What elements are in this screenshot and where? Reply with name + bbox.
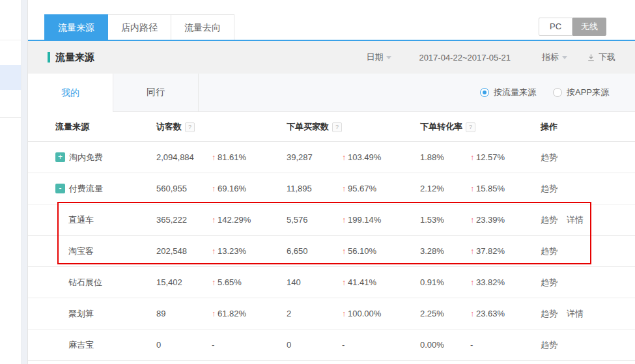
help-icon[interactable]: ? (332, 122, 342, 132)
title-accent-bar (48, 52, 50, 63)
metric-dropdown[interactable]: 指标 (542, 51, 567, 63)
date-dropdown[interactable]: 日期 (366, 51, 391, 63)
tab-traffic-destination[interactable]: 流量去向 (171, 14, 234, 40)
trend-link[interactable]: 趋势 (541, 245, 557, 257)
buyers-change-cell: ↑95.67% (342, 184, 420, 193)
toggle-pc-button[interactable]: PC (539, 18, 572, 36)
device-toggle: PC 无线 (539, 18, 606, 36)
radio-label: 按APP来源 (567, 87, 609, 98)
panel-header: 流量来源 日期 2017-04-22~2017-05-21 指标 下载 (28, 41, 635, 74)
up-arrow-icon: ↑ (342, 153, 346, 162)
source-cell: 钻石展位 (28, 277, 156, 288)
panel-title: 流量来源 (48, 51, 94, 64)
conversion-cell: 1.88% (420, 152, 470, 162)
trend-link[interactable]: 趋势 (541, 277, 557, 288)
radio-icon (480, 88, 489, 97)
buyers-change-cell: - (342, 340, 420, 350)
sidebar-divider (0, 117, 21, 118)
expand-toggle-icon[interactable]: + (55, 152, 65, 162)
buyers-cell: 11,895 (287, 184, 342, 193)
visitors-change-cell: - (212, 340, 287, 350)
source-name: 钻石展位 (68, 277, 102, 288)
source-cell: 麻吉宝 (28, 339, 156, 351)
up-arrow-icon: ↑ (342, 184, 346, 193)
source-cell: 直通车 (28, 214, 156, 226)
up-arrow-icon: ↑ (470, 153, 474, 162)
toggle-wireless-button[interactable]: 无线 (572, 18, 606, 36)
header-conversion-label: 下单转化率 (420, 122, 462, 132)
trend-link[interactable]: 趋势 (541, 214, 557, 226)
source-name: 麻吉宝 (68, 339, 94, 351)
up-arrow-icon: ↑ (342, 247, 346, 256)
date-range-value[interactable]: 2017-04-22~2017-05-21 (419, 53, 511, 63)
table-row: 钻石展位 15,402 ↑5.65% 140 ↑41.41% 0.91% ↑33… (28, 267, 635, 298)
radio-by-traffic-source[interactable]: 按流量来源 (480, 87, 536, 98)
trend-link[interactable]: 趋势 (541, 339, 557, 351)
sidebar-divider (0, 40, 21, 40)
up-arrow-icon: ↑ (212, 309, 216, 318)
up-arrow-icon: ↑ (470, 309, 474, 318)
conversion-cell: 0.00% (420, 340, 470, 350)
visitors-change-cell: ↑5.65% (212, 277, 287, 287)
up-arrow-icon: ↑ (470, 247, 474, 256)
table-row: 聚划算 89 ↑61.82% 2 ↑100.00% 2.25% ↑23.63% … (28, 298, 635, 329)
table-row: 麻吉宝 0 - 0 - 0.00% - 趋势 (28, 329, 635, 361)
visitors-cell: 89 (156, 309, 212, 318)
header-visitors: 访客数? (156, 121, 287, 133)
radio-by-app-source[interactable]: 按APP来源 (553, 87, 609, 98)
conversion-cell: 0.91% (420, 277, 470, 287)
sidebar-active-item[interactable] (0, 65, 21, 90)
actions-cell: 趋势 (541, 152, 635, 163)
panel-header-controls: 日期 2017-04-22~2017-05-21 指标 下载 (366, 41, 615, 74)
tab-instore-path[interactable]: 店内路径 (108, 14, 171, 40)
top-tabbar: 流量来源 店内路径 流量去向 PC 无线 (28, 0, 635, 41)
up-arrow-icon: ↑ (470, 278, 474, 287)
header-conversion: 下单转化率? (420, 121, 541, 133)
tab-traffic-source[interactable]: 流量来源 (44, 14, 108, 40)
grouping-radios: 按流量来源 按APP来源 (480, 74, 609, 111)
visitors-change-cell: ↑69.16% (212, 184, 287, 193)
top-tabs: 流量来源 店内路径 流量去向 (44, 14, 234, 40)
download-button[interactable]: 下载 (587, 51, 615, 63)
expand-toggle-icon[interactable]: - (55, 184, 65, 193)
detail-link[interactable]: 详情 (567, 214, 584, 226)
visitors-change-cell: ↑13.23% (212, 246, 287, 256)
trend-link[interactable]: 趋势 (541, 308, 557, 320)
source-cell: 淘宝客 (28, 245, 156, 257)
source-name: 淘宝客 (68, 245, 94, 257)
table-row: 直通车 365,222 ↑142.29% 5,576 ↑199.14% 1.53… (28, 204, 635, 236)
conversion-cell: 3.28% (420, 246, 470, 256)
view-strip: 我的 同行 按流量来源 按APP来源 (28, 74, 635, 112)
conversion-change-cell: - (470, 340, 541, 350)
tab-peers[interactable]: 同行 (113, 74, 199, 111)
detail-link[interactable]: 详情 (567, 308, 584, 320)
buyers-cell: 2 (287, 309, 342, 318)
conversion-change-cell: ↑33.82% (470, 277, 541, 287)
buyers-change-cell: ↑199.14% (342, 215, 420, 225)
sidebar-rail (21, 0, 28, 364)
actions-cell: 趋势 (541, 277, 635, 288)
buyers-cell: 0 (287, 340, 342, 350)
conversion-cell: 2.12% (420, 184, 470, 193)
visitors-cell: 202,548 (156, 246, 212, 256)
actions-cell: 趋势 (541, 183, 635, 195)
source-name: 付费流量 (69, 183, 103, 195)
conversion-cell: 1.53% (420, 215, 470, 225)
help-icon[interactable]: ? (466, 122, 475, 132)
metric-dropdown-label: 指标 (542, 51, 559, 63)
table-row: + 淘内免费 2,094,884 ↑81.61% 39,287 ↑103.49%… (28, 142, 635, 173)
up-arrow-icon: ↑ (342, 309, 346, 318)
help-icon[interactable]: ? (185, 122, 195, 132)
tab-mine[interactable]: 我的 (28, 74, 113, 112)
trend-link[interactable]: 趋势 (541, 152, 557, 163)
up-arrow-icon: ↑ (212, 216, 216, 225)
buyers-change-cell: ↑103.49% (342, 152, 420, 162)
trend-link[interactable]: 趋势 (541, 183, 557, 195)
buyers-change-cell: ↑41.41% (342, 277, 420, 287)
page: 流量来源 店内路径 流量去向 PC 无线 流量来源 日期 2017-04-22~… (0, 0, 635, 364)
download-icon (587, 53, 595, 62)
up-arrow-icon: ↑ (212, 184, 216, 193)
panel-title-text: 流量来源 (55, 51, 94, 64)
radio-icon (553, 88, 562, 97)
up-arrow-icon: ↑ (470, 184, 474, 193)
